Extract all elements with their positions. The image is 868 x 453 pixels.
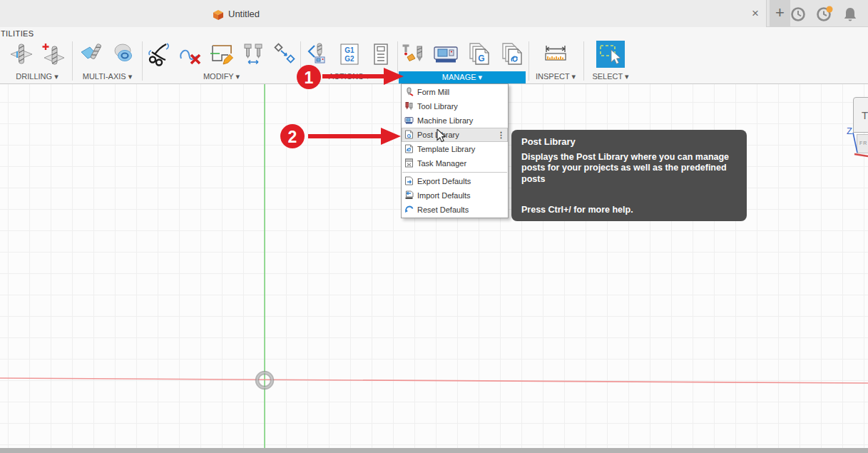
menu-item-task-manager[interactable]: Task Manager xyxy=(402,156,508,170)
menu-item-template-library[interactable]: Template Library xyxy=(402,142,508,156)
menu-item-form-mill[interactable]: Form Mill xyxy=(402,85,508,99)
template-library-icon xyxy=(404,144,414,155)
machine-library-icon xyxy=(404,116,414,126)
import-defaults-icon xyxy=(404,190,414,201)
task-manager-icon xyxy=(404,158,414,169)
menu-item-reset-defaults[interactable]: Reset Defaults xyxy=(402,203,508,217)
tooltip-footer: Press Ctrl+/ for more help. xyxy=(521,205,633,215)
post-library-icon: G xyxy=(404,130,414,141)
post-library-tooltip: Post Library Displays the Post Library w… xyxy=(511,130,747,221)
tooltip-title: Post Library xyxy=(521,136,737,147)
mouse-cursor-icon xyxy=(436,129,446,146)
reset-defaults-icon xyxy=(404,205,414,215)
svg-text:G: G xyxy=(407,132,412,138)
manage-dropdown-menu: Form Mill Tool Library Machine Library G… xyxy=(401,83,509,218)
form-mill-icon xyxy=(404,87,414,98)
fusion-app-window: Untitled × + TILITIES xyxy=(0,0,868,453)
menu-item-machine-library[interactable]: Machine Library xyxy=(402,113,508,128)
menu-item-post-library[interactable]: G Post Library ⋮ xyxy=(402,128,508,142)
post-library-more-indicator[interactable]: ⋮ xyxy=(497,131,505,140)
menu-item-import-defaults[interactable]: Import Defaults xyxy=(402,188,508,203)
tooltip-body: Displays the Post Library where you can … xyxy=(521,152,737,185)
tool-library-icon xyxy=(404,101,414,112)
menu-item-export-defaults[interactable]: Export Defaults xyxy=(402,174,508,188)
menu-item-tool-library[interactable]: Tool Library xyxy=(402,99,508,113)
viewcube-axis-lines xyxy=(0,0,868,453)
menu-separator xyxy=(402,172,507,173)
export-defaults-icon xyxy=(404,176,414,187)
